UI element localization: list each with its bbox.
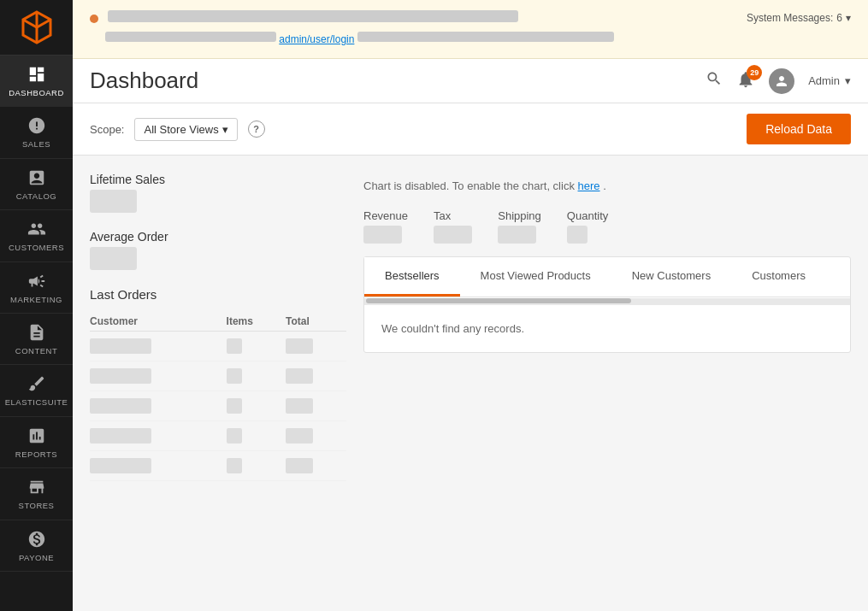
scope-left: Scope: All Store Views ▾ ?	[90, 118, 265, 141]
customers-icon	[27, 219, 47, 239]
marketing-icon	[27, 271, 47, 291]
chart-disabled-message: Chart is disabled. To enable the chart, …	[363, 173, 851, 192]
table-row	[90, 421, 346, 451]
reload-data-button[interactable]: Reload Data	[747, 114, 851, 144]
last-orders-title: Last Orders	[90, 287, 346, 302]
catalog-icon	[27, 167, 47, 188]
sales-icon	[27, 115, 47, 136]
metric-quantity: Quantity	[567, 209, 608, 244]
tab-bestsellers[interactable]: Bestsellers	[364, 257, 460, 297]
content-area: Scope: All Store Views ▾ ? Reload Data L…	[73, 103, 868, 611]
magento-logo-icon	[20, 10, 54, 44]
sidebar-item-elasticsuite[interactable]: ELASTICSUITE	[0, 365, 73, 416]
sidebar-item-reports-label: REPORTS	[15, 449, 57, 459]
scope-label: Scope:	[90, 123, 124, 136]
sidebar-item-content-label: CONTENT	[15, 346, 57, 355]
sidebar: DASHBOARD SALES CATALOG CUSTOMERS MARKET…	[0, 0, 73, 611]
sidebar-item-sales-label: SALES	[22, 139, 50, 149]
lifetime-sales-value	[90, 190, 137, 213]
scope-help-button[interactable]: ?	[248, 120, 265, 138]
sidebar-item-catalog-label: CATALOG	[16, 191, 57, 201]
sidebar-item-customers-label: CUSTOMERS	[9, 243, 64, 252]
main-area: admin/user/login System Messages: 6 ▾ Da…	[73, 0, 868, 611]
system-messages[interactable]: System Messages: 6 ▾	[747, 10, 851, 26]
scope-chevron-icon: ▾	[222, 123, 228, 136]
sidebar-item-stores-label: STORES	[19, 501, 55, 510]
sidebar-item-marketing[interactable]: MARKETING	[0, 262, 73, 314]
search-icon[interactable]	[706, 70, 723, 91]
banner-link[interactable]: admin/user/login	[279, 33, 354, 45]
content-icon	[27, 322, 47, 343]
stats-section: Lifetime Sales Average Order Last Orders…	[73, 156, 868, 515]
scope-bar: Scope: All Store Views ▾ ? Reload Data	[73, 103, 868, 156]
banner-line2: admin/user/login	[90, 32, 851, 48]
last-orders-block: Last Orders Customer Items Total	[90, 287, 346, 481]
notification-banner: admin/user/login System Messages: 6 ▾	[73, 0, 868, 59]
banner-text-line1	[108, 10, 518, 22]
average-order-block: Average Order	[90, 230, 346, 270]
scope-value: All Store Views	[144, 123, 218, 136]
average-order-label: Average Order	[90, 230, 346, 244]
sidebar-item-sales[interactable]: SALES	[0, 107, 73, 158]
page-header: Dashboard 29 Admin ▾	[73, 59, 868, 103]
tab-customers[interactable]: Customers	[731, 257, 826, 297]
notification-bell[interactable]: 29	[736, 70, 755, 92]
sidebar-item-payone[interactable]: PAYONE	[0, 520, 73, 572]
sidebar-item-marketing-label: MARKETING	[10, 295, 62, 304]
tab-most-viewed[interactable]: Most Viewed Products	[460, 257, 611, 297]
sidebar-item-customers[interactable]: CUSTOMERS	[0, 210, 73, 261]
header-actions: 29 Admin ▾	[706, 68, 851, 94]
sidebar-item-elasticsuite-label: ELASTICSUITE	[5, 397, 68, 407]
col-customer: Customer	[90, 312, 227, 332]
empty-records-message: We couldn't find any records.	[381, 322, 524, 335]
col-items: Items	[227, 312, 286, 332]
sidebar-logo	[0, 0, 73, 56]
system-messages-dropdown-icon: ▾	[846, 10, 851, 26]
metric-revenue: Revenue	[363, 209, 408, 244]
stats-left-panel: Lifetime Sales Average Order Last Orders…	[90, 173, 346, 498]
sidebar-item-content[interactable]: CONTENT	[0, 314, 73, 365]
lifetime-sales-label: Lifetime Sales	[90, 173, 346, 186]
average-order-value	[90, 247, 137, 270]
sidebar-item-dashboard-label: DASHBOARD	[9, 88, 64, 97]
payone-icon	[27, 529, 47, 549]
stats-right-panel: Chart is disabled. To enable the chart, …	[363, 173, 851, 498]
lifetime-sales-block: Lifetime Sales	[90, 173, 346, 213]
metric-shipping: Shipping	[498, 209, 541, 244]
last-orders-table: Customer Items Total	[90, 312, 346, 481]
system-messages-count: 6	[836, 10, 842, 26]
col-total: Total	[286, 312, 346, 332]
sidebar-item-reports[interactable]: REPORTS	[0, 417, 73, 468]
banner-text-line3	[357, 32, 614, 42]
system-messages-label: System Messages:	[747, 10, 833, 26]
notification-count: 29	[747, 65, 762, 80]
metrics-row: Revenue Tax Shipping Quantity	[363, 205, 851, 244]
table-row	[90, 332, 346, 361]
table-row	[90, 391, 346, 421]
metric-tax: Tax	[434, 209, 472, 244]
elasticsuite-icon	[27, 373, 47, 394]
user-menu-chevron-icon: ▾	[845, 74, 851, 87]
sidebar-item-stores[interactable]: STORES	[0, 468, 73, 520]
dashboard-icon	[27, 64, 47, 85]
chart-enable-link[interactable]: here	[578, 179, 600, 192]
sidebar-item-payone-label: PAYONE	[19, 553, 54, 562]
stores-icon	[27, 477, 47, 497]
table-row	[90, 451, 346, 481]
tab-new-customers[interactable]: New Customers	[611, 257, 731, 297]
avatar	[769, 68, 794, 94]
scope-help-text: ?	[253, 124, 259, 134]
sidebar-item-dashboard[interactable]: DASHBOARD	[0, 56, 73, 107]
banner-text-line2	[105, 32, 276, 42]
page-title: Dashboard	[90, 68, 198, 94]
sidebar-item-catalog[interactable]: CATALOG	[0, 159, 73, 210]
table-row	[90, 361, 346, 391]
scope-select[interactable]: All Store Views ▾	[134, 118, 237, 141]
warning-dot	[90, 15, 98, 23]
tabs-header: Bestsellers Most Viewed Products New Cus…	[364, 257, 850, 297]
tabs-section: Bestsellers Most Viewed Products New Cus…	[363, 256, 851, 353]
banner-line1	[90, 10, 851, 26]
tab-content: We couldn't find any records.	[364, 305, 850, 352]
reports-icon	[27, 426, 47, 446]
user-menu[interactable]: Admin ▾	[808, 74, 851, 87]
